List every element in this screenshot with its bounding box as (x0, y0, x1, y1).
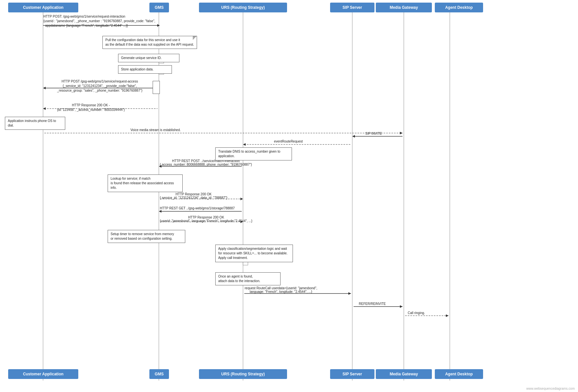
svg-marker-27 (348, 292, 351, 295)
actor-customer-app-bottom: Customer Application (8, 369, 78, 379)
msg13-label: HTTP REST GET ../gsg-web/gms/1/storage/7… (160, 206, 235, 210)
msg12-label: HTTP Response 200 OK { service_id: "1231… (160, 192, 227, 200)
note-request-access-box (153, 81, 160, 94)
msg7-label: Voice media stream is established. (130, 128, 181, 132)
note-setup-timer: Setup timer to remove service from memor… (108, 230, 185, 243)
note-agent-found: Once an agent is found, attach data to t… (215, 272, 281, 285)
msg14-label: HTTP Response 200 OK {userid: "jamesbond… (160, 216, 252, 223)
svg-marker-7 (157, 24, 160, 27)
msg8-label: eventRouteRequest (274, 140, 303, 143)
msg6-label: HTTP Response 200 OK - {id:"123456", _ac… (57, 103, 125, 112)
note-pull-config: Pull the configuration data for this ser… (102, 36, 197, 49)
actor-media-gw-top: Media Gateway (376, 3, 432, 12)
svg-marker-13 (400, 132, 403, 134)
svg-marker-29 (400, 305, 403, 308)
diagram-svg (0, 0, 578, 392)
svg-marker-11 (43, 107, 46, 110)
note-classification: Apply classification/segmentation logic … (215, 245, 293, 262)
sequence-diagram: Customer Application GMS URS (Routing St… (0, 0, 578, 392)
svg-marker-9 (43, 87, 46, 89)
actor-sip-bottom: SIP Server (330, 369, 374, 379)
actor-urs-bottom: URS (Routing Strategy) (199, 369, 287, 379)
actor-gms-top: GMS (149, 3, 169, 12)
watermark: www.websequencediagrams.com (526, 387, 575, 390)
note-lookup-service: Lookup for service; if match is found th… (108, 174, 183, 192)
msg18-label: request RouteCall userdata={userid: "jam… (245, 286, 317, 294)
note-app-instructs: Application instructs phone OS to dial. (5, 117, 65, 130)
note-translate-dnis: Translate DNIS to access_number given to… (215, 147, 292, 160)
actor-agent-desktop-top: Agent Desktop (435, 3, 483, 12)
msg20-label: Call ringing. (408, 311, 425, 315)
actor-media-gw-bottom: Media Gateway (376, 369, 432, 379)
svg-marker-15 (352, 135, 355, 138)
svg-marker-17 (243, 143, 246, 146)
note-generate-id: Generate unique service ID. (118, 54, 179, 62)
msg1-label: HTTP POST: /gsg-web/gms/1/service/reques… (43, 14, 155, 28)
actor-urs-top: URS (Routing Strategy) (199, 3, 287, 12)
svg-marker-23 (159, 210, 161, 213)
note-store-data: Store application data. (118, 65, 172, 74)
svg-marker-31 (446, 314, 449, 317)
actor-gms-bottom: GMS (149, 369, 169, 379)
actor-customer-app-top: Customer Application (8, 3, 78, 12)
msg8b-label: SIP INVITE (365, 132, 382, 135)
actor-agent-desktop-bottom: Agent Desktop (435, 369, 483, 379)
msg19-label: REFER/REINVITE (359, 302, 386, 306)
msg5-label: HTTP POST /gsg-web/gms/1/service/request… (57, 79, 143, 93)
svg-marker-21 (240, 198, 243, 200)
actor-sip-top: SIP Server (330, 3, 374, 12)
